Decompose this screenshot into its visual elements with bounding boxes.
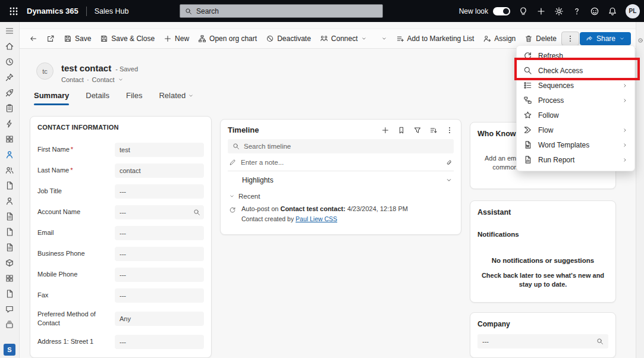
tab-summary[interactable]: Summary — [34, 91, 69, 105]
overflow-chevron-button[interactable] — [377, 33, 391, 44]
brand-title[interactable]: Dynamics 365 — [27, 7, 78, 15]
add-to-marketing-list-button[interactable]: Add to Marketing List — [392, 32, 479, 45]
note-placeholder: Enter a note... — [241, 159, 284, 166]
form-tabs: Summary Details Files Related — [34, 91, 194, 105]
job-title-input[interactable]: --- — [115, 184, 204, 199]
menu-item-flow[interactable]: Flow — [517, 123, 634, 137]
app-launcher-waffle-icon[interactable] — [7, 4, 21, 18]
save-and-close-button[interactable]: Save & Close — [96, 32, 159, 45]
timeline-entry-autopost[interactable]: Auto-post on Contact test contact: 4/23/… — [228, 205, 454, 222]
tab-files[interactable]: Files — [126, 91, 142, 105]
help-icon[interactable] — [572, 7, 582, 16]
form-selector[interactable]: Contact — [92, 76, 115, 83]
lightbulb-icon[interactable] — [519, 7, 528, 16]
more-commands-button[interactable] — [561, 32, 579, 46]
first-name-input[interactable]: test — [115, 143, 204, 157]
menu-item-run-report[interactable]: Run Report — [517, 152, 634, 167]
nav-chat-icon[interactable] — [5, 304, 14, 314]
field-row-first-name: First Name* test — [37, 139, 204, 160]
nav-recent-icon[interactable] — [5, 57, 14, 67]
top-navigation-bar: Dynamics 365 Sales Hub Search New look P… — [0, 0, 644, 22]
nav-dashboards-icon[interactable] — [5, 134, 14, 144]
menu-item-process[interactable]: Process — [517, 93, 634, 108]
timeline-search-input[interactable]: Search timeline — [228, 139, 454, 153]
timeline-bookmark-icon[interactable] — [397, 126, 406, 134]
popout-icon — [46, 34, 55, 43]
new-button[interactable]: New — [159, 32, 193, 45]
company-lookup-input[interactable]: --- — [477, 334, 608, 348]
assign-button[interactable]: Assign — [479, 32, 520, 45]
lookup-search-icon[interactable] — [193, 209, 200, 216]
timeline-filter-icon[interactable] — [413, 126, 422, 134]
search-icon — [185, 8, 192, 15]
popout-form-button[interactable] — [42, 32, 59, 45]
menu-item-follow[interactable]: Follow — [517, 108, 634, 123]
feedback-smiley-icon[interactable] — [590, 7, 599, 16]
nav-sales-literature-icon[interactable] — [5, 289, 14, 299]
timeline-create-icon[interactable] — [381, 126, 389, 134]
nav-price-lists-icon[interactable] — [5, 274, 14, 283]
note-input[interactable]: Enter a note... — [228, 153, 454, 171]
nav-connections-icon[interactable] — [5, 165, 14, 175]
email-input[interactable]: --- — [115, 226, 204, 240]
nav-documents-icon[interactable] — [5, 181, 14, 190]
assistant-empty-title: No notifications or suggestions — [477, 257, 608, 264]
connect-button[interactable]: Connect — [316, 32, 371, 45]
preferred-method-select[interactable]: Any — [115, 312, 204, 326]
menu-item-check-access[interactable]: Check Access — [517, 63, 634, 78]
nav-menu-icon[interactable] — [5, 26, 14, 36]
nav-opportunities-icon[interactable] — [5, 212, 14, 221]
global-search-input[interactable]: Search — [180, 4, 383, 18]
back-button[interactable] — [25, 32, 42, 45]
timeline-card: Timeline Search timeline Enter a note...… — [220, 119, 461, 235]
settings-gear-icon[interactable] — [554, 7, 564, 16]
open-org-chart-button[interactable]: Open org chart — [194, 32, 261, 45]
area-switcher-tile[interactable]: S — [4, 344, 15, 356]
share-button[interactable]: Share — [580, 32, 631, 45]
highlights-section-header[interactable]: Highlights — [228, 171, 454, 189]
account-name-lookup-input[interactable]: --- — [115, 205, 204, 219]
delete-button[interactable]: Delete — [520, 32, 561, 45]
last-name-input[interactable]: contact — [115, 164, 204, 178]
tab-related[interactable]: Related — [159, 91, 194, 105]
tab-details[interactable]: Details — [86, 91, 109, 105]
lookup-search-icon[interactable] — [596, 338, 604, 345]
nav-contacts-icon[interactable] — [5, 150, 14, 159]
mobile-phone-input[interactable]: --- — [115, 268, 204, 282]
nav-pinned-icon[interactable] — [5, 73, 14, 82]
process-icon — [523, 96, 532, 105]
quick-create-plus-icon[interactable] — [536, 7, 546, 16]
new-look-toggle[interactable] — [493, 7, 510, 15]
timeline-more-icon[interactable] — [445, 126, 454, 134]
nav-activities-icon[interactable] — [5, 103, 14, 113]
nav-intelligence-icon[interactable] — [5, 119, 14, 128]
chevron-down-icon[interactable] — [445, 177, 453, 184]
app-name[interactable]: Sales Hub — [95, 7, 129, 15]
nav-leads-icon[interactable] — [5, 196, 14, 206]
nav-products-icon[interactable] — [5, 258, 14, 268]
business-phone-input[interactable]: --- — [115, 247, 204, 261]
nav-home-icon[interactable] — [5, 42, 14, 51]
nav-sales-accelerator-icon[interactable] — [5, 88, 14, 98]
menu-item-refresh[interactable]: Refresh — [517, 48, 634, 63]
field-label: Fax — [37, 291, 115, 299]
address-street-input[interactable]: --- — [115, 335, 204, 349]
menu-item-sequences[interactable]: Sequences — [517, 78, 634, 93]
menu-item-word-templates[interactable]: Word Templates — [517, 137, 634, 152]
recent-section-header[interactable]: Recent — [228, 189, 454, 203]
copilot-pane-icon[interactable] — [637, 37, 643, 43]
right-side-pane-rail — [636, 22, 644, 358]
notifications-bell-icon[interactable] — [608, 7, 617, 16]
nav-orders-icon[interactable] — [5, 243, 14, 252]
attachment-paperclip-icon[interactable] — [445, 159, 453, 166]
nav-apps-icon[interactable] — [5, 320, 14, 329]
fax-input[interactable]: --- — [115, 288, 204, 303]
save-button[interactable]: Save — [59, 32, 95, 45]
nav-quotes-icon[interactable] — [5, 227, 14, 237]
section-title: CONTACT INFORMATION — [37, 124, 204, 131]
entry-author-link[interactable]: Paul Liew CSS — [296, 215, 337, 222]
deactivate-button[interactable]: Deactivate — [262, 32, 315, 45]
user-avatar[interactable]: PL — [626, 4, 640, 18]
new-look-label: New look — [459, 7, 488, 15]
timeline-sort-icon[interactable] — [429, 126, 438, 134]
